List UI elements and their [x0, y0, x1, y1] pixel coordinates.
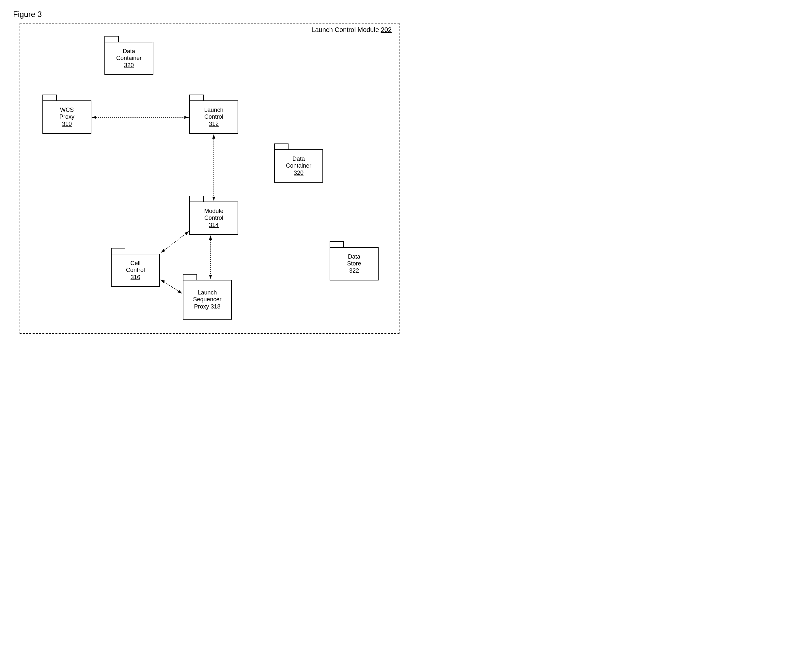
- folder-number: 310: [62, 121, 72, 128]
- folder-body: Data Store 322: [330, 247, 379, 280]
- folder-number: 316: [130, 274, 140, 281]
- folder-line: Control: [126, 267, 145, 274]
- figure-title: Figure 3: [13, 10, 42, 19]
- folder-body: Data Container 320: [274, 149, 323, 183]
- module-label-number: 202: [381, 26, 392, 33]
- folder-line: Launch: [197, 289, 217, 296]
- folder-line: Proxy: [60, 114, 74, 121]
- folder-number: 320: [124, 62, 134, 69]
- folder-data-container-2: Data Container 320: [274, 143, 323, 183]
- launch-control-module-label: Launch Control Module 202: [311, 26, 392, 34]
- folder-wcs-proxy: WCS Proxy 310: [42, 95, 91, 134]
- folder-line: Control: [204, 114, 223, 121]
- folder-body: Launch Control 312: [189, 100, 238, 134]
- folder-line: Module: [204, 208, 223, 215]
- folder-line: Cell: [130, 260, 140, 267]
- folder-line: Container: [116, 55, 142, 62]
- folder-body: WCS Proxy 310: [42, 100, 91, 134]
- folder-module-control: Module Control 314: [189, 196, 238, 235]
- folder-number: 314: [209, 222, 219, 229]
- folder-body: Launch Sequencer Proxy 318: [183, 280, 232, 320]
- folder-line: Control: [204, 215, 223, 222]
- folder-line: Launch: [204, 107, 223, 114]
- folder-number: 320: [294, 170, 303, 177]
- folder-launch-control: Launch Control 312: [189, 95, 238, 134]
- folder-line: Data: [348, 253, 360, 260]
- folder-line: Container: [286, 162, 311, 170]
- folder-number: 318: [211, 303, 220, 310]
- folder-line: Proxy: [194, 303, 209, 310]
- folder-number: 312: [209, 121, 219, 128]
- folder-number: 322: [349, 267, 359, 275]
- folder-line: Sequencer: [193, 296, 221, 303]
- module-label-text: Launch Control Module: [311, 26, 379, 33]
- folder-line: Data: [123, 48, 135, 55]
- folder-launch-sequencer-proxy: Launch Sequencer Proxy 318: [183, 274, 232, 320]
- folder-line: WCS: [60, 107, 74, 114]
- folder-body: Data Container 320: [105, 42, 153, 75]
- folder-data-container-1: Data Container 320: [105, 36, 153, 75]
- folder-cell-control: Cell Control 316: [111, 248, 160, 287]
- folder-body: Cell Control 316: [111, 254, 160, 287]
- folder-line: Store: [347, 260, 361, 267]
- folder-line: Data: [292, 156, 305, 163]
- folder-body: Module Control 314: [189, 201, 238, 235]
- diagram-canvas: Figure 3 Launch Control Module 202 Data …: [13, 13, 405, 339]
- folder-data-store: Data Store 322: [330, 241, 379, 280]
